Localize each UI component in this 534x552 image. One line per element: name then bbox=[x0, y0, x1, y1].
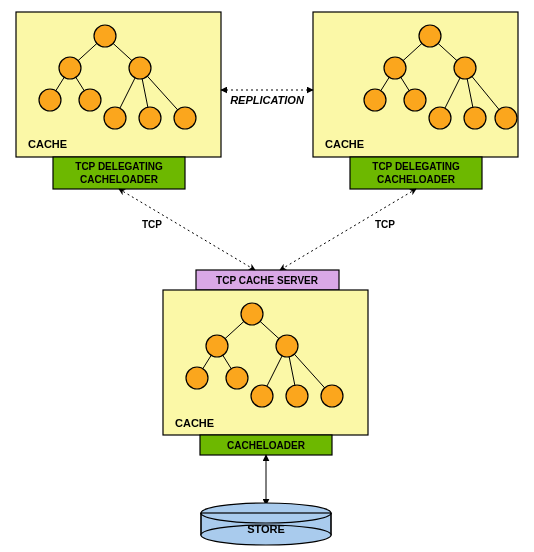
cacheloader-label: CACHELOADER bbox=[227, 440, 306, 451]
tree-node-icon bbox=[59, 57, 81, 79]
tree-node-icon bbox=[464, 107, 486, 129]
tree-node-icon bbox=[384, 57, 406, 79]
cache-server-label: CACHE bbox=[175, 417, 214, 429]
store-cylinder: STORE bbox=[201, 503, 331, 545]
tcp-left-label: TCP bbox=[142, 219, 162, 230]
cache-left-label: CACHE bbox=[28, 138, 67, 150]
tree-node-icon bbox=[139, 107, 161, 129]
tcp-cache-server-label: TCP CACHE SERVER bbox=[216, 275, 319, 286]
tree-node-icon bbox=[454, 57, 476, 79]
delegating-right-line2: CACHELOADER bbox=[377, 174, 456, 185]
cache-left-box bbox=[16, 12, 221, 157]
delegating-left-line1: TCP DELEGATING bbox=[75, 161, 163, 172]
tcp-right-label: TCP bbox=[375, 219, 395, 230]
tree-node-icon bbox=[206, 335, 228, 357]
store-label: STORE bbox=[247, 523, 285, 535]
cache-server-box bbox=[163, 290, 368, 435]
tree-node-icon bbox=[495, 107, 517, 129]
delegating-left-line2: CACHELOADER bbox=[80, 174, 159, 185]
tree-node-icon bbox=[104, 107, 126, 129]
cache-right-group: CACHE bbox=[313, 12, 518, 157]
cache-right-box bbox=[313, 12, 518, 157]
tree-node-icon bbox=[94, 25, 116, 47]
tcp-link-left bbox=[119, 189, 255, 270]
tree-node-icon bbox=[39, 89, 61, 111]
tree-node-icon bbox=[321, 385, 343, 407]
cache-left-group: CACHE bbox=[16, 12, 221, 157]
tree-node-icon bbox=[226, 367, 248, 389]
tree-node-icon bbox=[364, 89, 386, 111]
tree-node-icon bbox=[241, 303, 263, 325]
tree-node-icon bbox=[429, 107, 451, 129]
tcp-link-right bbox=[280, 189, 416, 270]
tree-node-icon bbox=[286, 385, 308, 407]
cache-right-label: CACHE bbox=[325, 138, 364, 150]
replication-label: REPLICATION bbox=[230, 94, 305, 106]
tree-node-icon bbox=[404, 89, 426, 111]
delegating-right-line1: TCP DELEGATING bbox=[372, 161, 460, 172]
cache-architecture-diagram: CACHE TCP DELEGATING CACHELOADER CACHE bbox=[0, 0, 534, 552]
cache-server-group: CACHE bbox=[163, 290, 368, 435]
tree-node-icon bbox=[79, 89, 101, 111]
tree-node-icon bbox=[186, 367, 208, 389]
tree-node-icon bbox=[174, 107, 196, 129]
tree-node-icon bbox=[276, 335, 298, 357]
tree-node-icon bbox=[419, 25, 441, 47]
tree-node-icon bbox=[129, 57, 151, 79]
tree-node-icon bbox=[251, 385, 273, 407]
